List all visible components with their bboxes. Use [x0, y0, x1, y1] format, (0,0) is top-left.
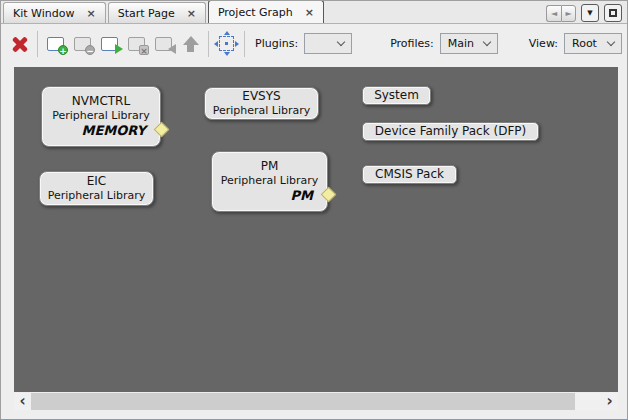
- graph-node-evsys[interactable]: EVSYSPeripheral Library: [204, 87, 319, 120]
- node-subtitle: Peripheral Library: [48, 189, 146, 203]
- view-select-value: Root: [572, 37, 597, 50]
- plugins-label: Plugins:: [255, 37, 298, 50]
- fit-arrow: [214, 41, 218, 47]
- graph-node-system[interactable]: System: [362, 86, 431, 105]
- maximize-icon: [609, 9, 617, 17]
- scroll-right-button[interactable]: ›: [601, 393, 618, 410]
- profiles-label: Profiles:: [390, 37, 434, 50]
- node-title: CMSIS Pack: [375, 167, 444, 182]
- tab-scroll-right-icon: ►: [565, 9, 571, 18]
- import-graph-button[interactable]: [96, 30, 123, 57]
- window-icon: +: [47, 37, 64, 51]
- tabbar-controls: ◄ ► ▼: [546, 4, 622, 22]
- up-arrow-head: [183, 36, 199, 45]
- tab-scroll-left-icon: ◄: [551, 9, 557, 18]
- up-arrow-stem: [187, 45, 194, 52]
- toolbar-buttons: +−×: [6, 30, 249, 57]
- horizontal-scrollbar: ‹ ›: [14, 393, 618, 410]
- tab-scroll-buttons: ◄ ►: [546, 5, 576, 22]
- node-subtitle: Peripheral Library: [213, 104, 311, 118]
- tab-close-icon[interactable]: ×: [305, 7, 314, 18]
- connection-diamond-icon[interactable]: [154, 122, 170, 138]
- graph-canvas[interactable]: NVMCTRLPeripheral LibraryMEMORYEVSYSPeri…: [14, 67, 618, 392]
- export-graph-button[interactable]: ×: [123, 30, 150, 57]
- node-title: EIC: [87, 174, 107, 189]
- node-title: PM: [261, 159, 279, 174]
- window-icon: ×: [128, 37, 145, 51]
- scrollbar-thumb[interactable]: [31, 393, 575, 410]
- node-capability-label: MEMORY: [81, 123, 146, 139]
- scroll-right-icon: ›: [606, 394, 612, 409]
- window-icon: [101, 37, 118, 51]
- node-title: Device Family Pack (DFP): [375, 124, 526, 139]
- graph-node-dfp[interactable]: Device Family Pack (DFP): [362, 122, 539, 141]
- dropdown-arrow-icon: ▼: [587, 9, 592, 17]
- up-view-button[interactable]: [177, 30, 204, 57]
- fit-dot: [225, 42, 228, 45]
- up-arrow-icon: [183, 36, 199, 52]
- graph-node-cmsis[interactable]: CMSIS Pack: [362, 165, 457, 184]
- x-badge-icon: ×: [139, 45, 149, 55]
- remove-component-button[interactable]: −: [69, 30, 96, 57]
- chevron-down-icon: [607, 38, 615, 46]
- fit-arrow: [224, 52, 230, 56]
- project-graph-window: Kit Window×Start Page×Project Graph× ◄ ►…: [0, 0, 628, 420]
- tab-close-icon[interactable]: ×: [86, 8, 95, 19]
- tab-project-graph[interactable]: Project Graph×: [208, 0, 324, 23]
- scroll-left-icon: ‹: [19, 394, 25, 409]
- window-icon: [155, 37, 172, 51]
- node-subtitle: Peripheral Library: [221, 174, 319, 188]
- tab-kit-window[interactable]: Kit Window×: [3, 2, 106, 23]
- tabs-container: Kit Window×Start Page×Project Graph×: [3, 0, 326, 23]
- profiles-select[interactable]: Main: [440, 33, 498, 54]
- maximize-window-button[interactable]: [604, 4, 622, 22]
- fit-view-button[interactable]: [213, 30, 240, 57]
- view-select[interactable]: Root: [564, 33, 622, 54]
- arrow-in-icon: [115, 44, 123, 54]
- node-subtitle: Peripheral Library: [52, 109, 150, 123]
- scrollbar-track[interactable]: [575, 393, 601, 410]
- scroll-left-button[interactable]: ‹: [14, 393, 31, 410]
- tab-label: Start Page: [118, 7, 175, 20]
- toolbar: +−× Plugins: Profiles: Main View: Root: [1, 24, 627, 63]
- add-component-button[interactable]: +: [42, 30, 69, 57]
- graph-node-nvmctrl[interactable]: NVMCTRLPeripheral LibraryMEMORY: [41, 86, 161, 147]
- fit-view-icon: [219, 36, 234, 51]
- arrow-left-icon: [168, 44, 176, 54]
- graph-node-eic[interactable]: EICPeripheral Library: [39, 171, 154, 206]
- node-title: System: [374, 88, 419, 103]
- tab-bar: Kit Window×Start Page×Project Graph× ◄ ►…: [1, 1, 627, 24]
- fit-arrow: [235, 41, 239, 47]
- tab-label: Project Graph: [218, 6, 293, 19]
- delete-x-icon: [10, 34, 30, 54]
- toolbar-separator: [244, 31, 245, 57]
- back-view-button[interactable]: [150, 30, 177, 57]
- connection-diamond-icon[interactable]: [321, 187, 337, 203]
- tab-list-dropdown-button[interactable]: ▼: [581, 4, 599, 22]
- chevron-down-icon: [483, 38, 491, 46]
- fit-arrow: [224, 31, 230, 35]
- graph-node-pm[interactable]: PMPeripheral LibraryPM: [211, 151, 328, 212]
- node-title: NVMCTRL: [72, 94, 130, 109]
- tab-scroll-right-button[interactable]: ►: [561, 5, 576, 22]
- node-title: EVSYS: [242, 89, 280, 104]
- tab-close-icon[interactable]: ×: [187, 8, 196, 19]
- plus-badge-icon: +: [58, 45, 68, 55]
- window-icon: −: [74, 37, 91, 51]
- toolbar-separator: [208, 31, 209, 57]
- minus-badge-icon: −: [85, 45, 95, 55]
- node-capability-label: PM: [291, 188, 313, 204]
- plugins-select[interactable]: [304, 33, 352, 54]
- delete-node-button[interactable]: [6, 30, 33, 57]
- tab-label: Kit Window: [13, 7, 74, 20]
- chevron-down-icon: [337, 38, 345, 46]
- tab-scroll-left-button[interactable]: ◄: [546, 5, 561, 22]
- toolbar-separator: [37, 31, 38, 57]
- view-label: View:: [529, 37, 558, 50]
- tab-start-page[interactable]: Start Page×: [108, 2, 206, 23]
- profiles-select-value: Main: [448, 37, 474, 50]
